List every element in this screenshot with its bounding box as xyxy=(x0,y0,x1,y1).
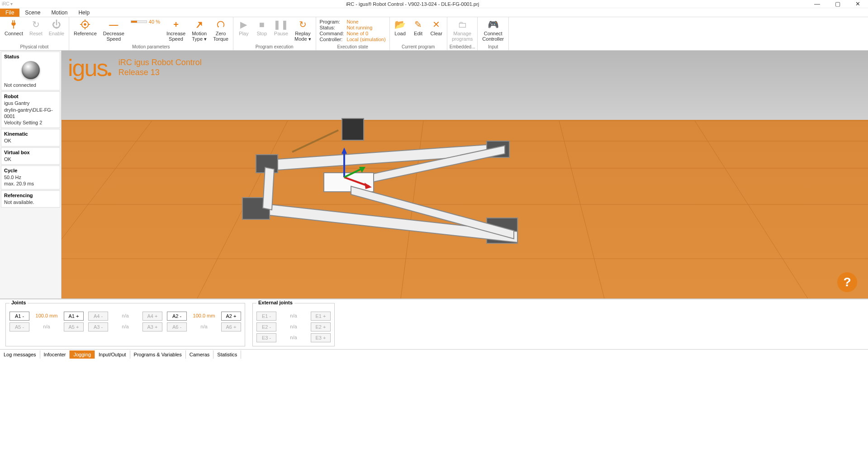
clear-button[interactable]: ✕Clear xyxy=(428,18,445,37)
folder-icon: 📂 xyxy=(395,19,406,30)
connect-button[interactable]: Connect xyxy=(2,18,26,37)
joint-plus-button[interactable]: A1 + xyxy=(64,312,84,321)
group-embedded: Embedded... xyxy=(449,44,475,49)
external-joints-group: External joints E1 -n/aE1 +E2 -n/aE2 +E3… xyxy=(252,303,335,346)
cycle-section: Cycle 50.0 Hz max. 20.9 ms xyxy=(1,166,60,189)
joint-minus-button: A4 - xyxy=(88,312,108,321)
plus-icon: + xyxy=(171,19,181,30)
stop-button[interactable]: ■Stop xyxy=(253,18,270,37)
ext-joint-plus-button: E3 + xyxy=(311,333,331,342)
robot-render xyxy=(62,51,868,298)
tab-jogging[interactable]: Jogging xyxy=(70,350,95,359)
ext-joint-value: n/a xyxy=(281,333,306,342)
referencing-value: Not available. xyxy=(4,199,57,205)
ext-joint-minus-button: E3 - xyxy=(256,333,276,342)
window-title: iRC - igus® Robot Control - V902-13-024 … xyxy=(18,1,807,7)
close-button[interactable]: ✕ xyxy=(848,0,868,8)
exec-program: None xyxy=(346,19,385,24)
bottom-tabs: Log messages Infocenter Jogging Input/Ou… xyxy=(0,349,868,359)
ext-joint-minus-button: E1 - xyxy=(256,312,276,321)
edit-button[interactable]: ✎Edit xyxy=(410,18,427,37)
tab-programs-variables[interactable]: Programs & Variables xyxy=(130,350,186,359)
tab-log-messages[interactable]: Log messages xyxy=(0,350,40,359)
minimize-button[interactable]: — xyxy=(807,0,827,8)
tab-infocenter[interactable]: Infocenter xyxy=(40,350,70,359)
enable-button[interactable]: ⏻ Enable xyxy=(46,18,67,37)
tab-input-output[interactable]: Input/Output xyxy=(95,350,130,359)
joint-plus-button[interactable]: A2 + xyxy=(221,312,241,321)
joint-minus-button: A6 - xyxy=(167,322,187,331)
ext-joint-plus-button: E1 + xyxy=(311,312,331,321)
ext-joint-plus-button: E2 + xyxy=(311,322,331,331)
replay-mode-button[interactable]: ↻Replay Mode ▾ xyxy=(292,18,314,43)
joint-minus-button[interactable]: A2 - xyxy=(167,312,187,321)
motion-type-button[interactable]: Motion Type ▾ xyxy=(189,18,209,43)
kinematic-section: Kinematic OK xyxy=(1,129,60,146)
status-orb-icon xyxy=(22,61,40,79)
pause-icon: ❚❚ xyxy=(275,19,286,30)
joint-plus-button: A5 + xyxy=(64,322,84,331)
stop-icon: ■ xyxy=(256,19,267,30)
zero-torque-button[interactable]: Zero Torque xyxy=(210,18,231,43)
menu-file[interactable]: File xyxy=(0,9,19,17)
execution-state-grid: Program:None Status:Not running Command:… xyxy=(318,18,388,43)
status-sidebar: Status Not connected Robot igus Gantry d… xyxy=(0,51,62,298)
group-current-program: Current program xyxy=(392,44,445,49)
joint-minus-button: A3 - xyxy=(88,322,108,331)
svg-rect-25 xyxy=(342,118,364,140)
svg-marker-6 xyxy=(218,26,219,28)
pause-button[interactable]: ❚❚Pause xyxy=(271,18,291,37)
virtual-box-section: Virtual box OK xyxy=(1,147,60,165)
viewport-3d[interactable]: igus iRC igus Robot Control Release 13 xyxy=(62,51,868,298)
status-value: Not connected xyxy=(4,82,57,88)
joint-value: n/a xyxy=(34,322,59,331)
load-button[interactable]: 📂Load xyxy=(392,18,409,37)
plug-icon xyxy=(8,19,19,30)
speed-value: 40 % xyxy=(149,19,160,24)
menu-help[interactable]: Help xyxy=(73,9,95,17)
joint-plus-button: A4 + xyxy=(142,312,162,321)
ext-joint-minus-button: E2 - xyxy=(256,322,276,331)
exec-status: Not running xyxy=(346,25,385,30)
kinematic-value: OK xyxy=(4,137,57,144)
tab-cameras[interactable]: Cameras xyxy=(186,350,214,359)
power-icon: ⏻ xyxy=(51,19,62,30)
joint-value: n/a xyxy=(113,312,138,321)
joint-minus-button[interactable]: A1 - xyxy=(9,312,29,321)
menubar: File Scene Motion Help xyxy=(0,8,868,17)
manage-programs-button[interactable]: 🗀Manage programs xyxy=(449,18,475,43)
play-button[interactable]: ▶Play xyxy=(235,18,252,37)
virtual-box-value: OK xyxy=(4,156,57,162)
connect-controller-button[interactable]: 🎮Connect Controller xyxy=(479,18,507,43)
main-area: Status Not connected Robot igus Gantry d… xyxy=(0,51,868,298)
referencing-section: Referencing Not available. xyxy=(1,190,60,208)
svg-line-12 xyxy=(62,121,152,298)
menu-scene[interactable]: Scene xyxy=(19,9,46,17)
increase-speed-button[interactable]: + Increase Speed xyxy=(164,18,188,43)
target-icon xyxy=(80,19,90,30)
joints-panel: Joints A1 -100.0 mmA1 +A4 -n/aA4 +A2 -10… xyxy=(0,298,868,349)
clear-icon: ✕ xyxy=(431,19,442,30)
speed-indicator: 40 % xyxy=(128,18,163,25)
replay-icon: ↻ xyxy=(297,19,308,30)
tab-statistics[interactable]: Statistics xyxy=(213,350,241,359)
ribbon: Connect ↻ Reset ⏻ Enable Physical robot … xyxy=(0,17,868,51)
titlebar: iRC ▾ iRC - igus® Robot Control - V902-1… xyxy=(0,0,868,8)
help-button[interactable]: ? xyxy=(837,272,857,292)
maximize-button[interactable]: ▢ xyxy=(827,0,848,8)
joints-group: Joints A1 -100.0 mmA1 +A4 -n/aA4 +A2 -10… xyxy=(5,303,245,346)
joint-value: n/a xyxy=(113,322,138,331)
menu-motion[interactable]: Motion xyxy=(46,9,73,17)
reference-button[interactable]: Reference xyxy=(71,18,100,37)
robot-section: Robot igus Gantry drylin-gantry\DLE-FG-0… xyxy=(1,91,60,128)
decrease-speed-button[interactable]: — Decrease Speed xyxy=(100,18,127,43)
joint-minus-button: A5 - xyxy=(9,322,29,331)
svg-point-1 xyxy=(84,23,87,26)
svg-line-16 xyxy=(695,121,808,298)
group-physical-robot: Physical robot xyxy=(2,44,67,49)
arm-icon xyxy=(194,19,205,30)
svg-marker-30 xyxy=(342,147,347,154)
app-tag[interactable]: iRC ▾ xyxy=(0,1,18,6)
reset-button[interactable]: ↻ Reset xyxy=(27,18,45,37)
group-motion-parameters: Motion parameters xyxy=(71,44,231,49)
